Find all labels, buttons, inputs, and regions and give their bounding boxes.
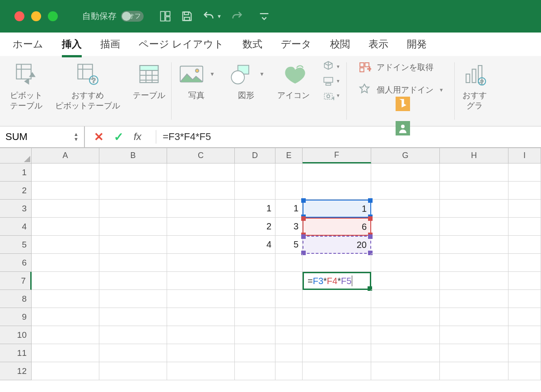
- cell-I6[interactable]: [508, 254, 541, 272]
- cell-F1[interactable]: [303, 163, 371, 182]
- cell-I9[interactable]: [508, 308, 541, 326]
- tab-描画[interactable]: 描画: [92, 33, 128, 56]
- my-addins-button[interactable]: 個人用アドイン ▼: [358, 83, 444, 97]
- cell-G10[interactable]: [371, 326, 440, 344]
- cell-G4[interactable]: [371, 218, 440, 236]
- cell-F4[interactable]: 6: [303, 218, 371, 236]
- autosave-toggle[interactable]: 自動保存 オフ: [82, 10, 144, 22]
- cell-D8[interactable]: [235, 290, 275, 308]
- redo-button[interactable]: [231, 10, 243, 23]
- cell-B2[interactable]: [99, 182, 167, 200]
- cell-D7[interactable]: [235, 272, 275, 290]
- icons-button[interactable]: アイコン: [277, 61, 310, 101]
- tab-挿入[interactable]: 挿入: [54, 33, 90, 56]
- cell-A10[interactable]: [32, 326, 99, 344]
- cell-C7[interactable]: [167, 272, 235, 290]
- cell-H2[interactable]: [440, 182, 508, 200]
- chevron-down-icon[interactable]: ▼: [217, 14, 222, 19]
- cell-H3[interactable]: [440, 200, 508, 218]
- column-header-G[interactable]: G: [371, 148, 440, 163]
- cell-G3[interactable]: [371, 200, 440, 218]
- row-header-6[interactable]: 6: [0, 254, 32, 272]
- cell-G11[interactable]: [371, 344, 440, 362]
- formula-input[interactable]: =F3*F4*F5: [156, 131, 541, 143]
- cell-H12[interactable]: [440, 362, 508, 380]
- people-graph-button[interactable]: [396, 121, 410, 137]
- chevron-down-icon[interactable]: ▼: [210, 71, 215, 77]
- cell-C6[interactable]: [167, 254, 235, 272]
- cell-E1[interactable]: [275, 163, 303, 182]
- cell-D9[interactable]: [235, 308, 275, 326]
- cell-G9[interactable]: [371, 308, 440, 326]
- recommended-charts-button[interactable]: ? おすす グラ: [461, 61, 488, 112]
- column-header-C[interactable]: C: [167, 148, 235, 163]
- 3d-models-button[interactable]: ▼: [322, 61, 340, 72]
- pivot-table-button[interactable]: ピボット テーブル: [10, 61, 42, 112]
- cell-B3[interactable]: [99, 200, 167, 218]
- cell-C4[interactable]: [167, 218, 235, 236]
- row-header-9[interactable]: 9: [0, 308, 32, 326]
- smartart-button[interactable]: ▼: [322, 75, 340, 87]
- select-all-corner[interactable]: [0, 148, 32, 163]
- cell-A7[interactable]: [32, 272, 99, 290]
- cell-F7[interactable]: =F3*F4*F5: [303, 272, 371, 290]
- cell-G8[interactable]: [371, 290, 440, 308]
- save-icon[interactable]: [181, 10, 193, 23]
- cell-A5[interactable]: [32, 236, 99, 254]
- cell-E5[interactable]: 5: [275, 236, 303, 254]
- cell-B9[interactable]: [99, 308, 167, 326]
- cell-B12[interactable]: [99, 362, 167, 380]
- tab-表示[interactable]: 表示: [360, 33, 396, 56]
- cell-G2[interactable]: [371, 182, 440, 200]
- tab-データ[interactable]: データ: [273, 33, 320, 56]
- cell-E12[interactable]: [275, 362, 303, 380]
- cell-H9[interactable]: [440, 308, 508, 326]
- column-header-E[interactable]: E: [275, 148, 303, 163]
- cell-F6[interactable]: [303, 254, 371, 272]
- cell-F2[interactable]: [303, 182, 371, 200]
- cell-H7[interactable]: [440, 272, 508, 290]
- cell-E7[interactable]: [275, 272, 303, 290]
- tab-開発[interactable]: 開発: [399, 33, 435, 56]
- column-header-H[interactable]: H: [440, 148, 508, 163]
- cell-D4[interactable]: 2: [235, 218, 275, 236]
- cell-A11[interactable]: [32, 344, 99, 362]
- cell-C3[interactable]: [167, 200, 235, 218]
- row-header-7[interactable]: 7: [0, 272, 32, 290]
- column-header-B[interactable]: B: [99, 148, 167, 163]
- cell-B4[interactable]: [99, 218, 167, 236]
- cell-G7[interactable]: [371, 272, 440, 290]
- row-header-1[interactable]: 1: [0, 163, 32, 182]
- cell-H8[interactable]: [440, 290, 508, 308]
- tab-ホーム[interactable]: ホーム: [5, 33, 51, 56]
- cell-B8[interactable]: [99, 290, 167, 308]
- row-header-3[interactable]: 3: [0, 200, 32, 218]
- cell-D2[interactable]: [235, 182, 275, 200]
- cell-D10[interactable]: [235, 326, 275, 344]
- enter-formula-button[interactable]: ✓: [114, 130, 124, 144]
- cell-C8[interactable]: [167, 290, 235, 308]
- cell-B10[interactable]: [99, 326, 167, 344]
- recommended-pivot-button[interactable]: ? おすすめ ピボットテーブル: [55, 61, 120, 112]
- undo-button[interactable]: ▼: [202, 10, 222, 23]
- cell-D1[interactable]: [235, 163, 275, 182]
- column-header-D[interactable]: D: [235, 148, 275, 163]
- cell-E6[interactable]: [275, 254, 303, 272]
- chevron-down-icon[interactable]: ▼: [259, 71, 265, 77]
- qat-template-icon[interactable]: [159, 10, 172, 23]
- namebox-stepper[interactable]: ▲▼: [74, 132, 79, 142]
- cell-G6[interactable]: [371, 254, 440, 272]
- minimize-window-button[interactable]: [31, 11, 41, 21]
- chevron-down-icon[interactable]: ▼: [439, 87, 444, 93]
- cell-I1[interactable]: [508, 163, 541, 182]
- cell-H4[interactable]: [440, 218, 508, 236]
- cell-B7[interactable]: [99, 272, 167, 290]
- cell-I12[interactable]: [508, 362, 541, 380]
- cell-I3[interactable]: [508, 200, 541, 218]
- column-header-I[interactable]: I: [508, 148, 541, 163]
- cell-A3[interactable]: [32, 200, 99, 218]
- row-header-8[interactable]: 8: [0, 290, 32, 308]
- cell-C1[interactable]: [167, 163, 235, 182]
- cell-A6[interactable]: [32, 254, 99, 272]
- cell-F12[interactable]: [303, 362, 371, 380]
